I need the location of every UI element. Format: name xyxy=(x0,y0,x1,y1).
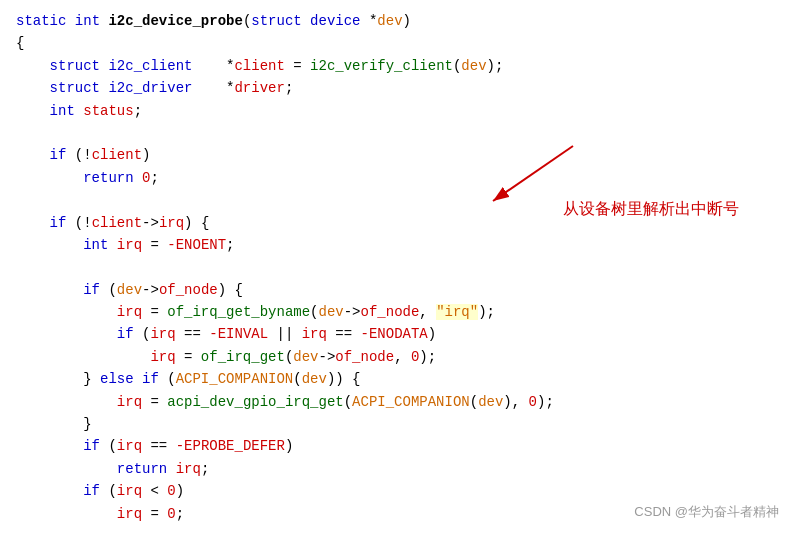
code-block: static int i2c_device_probe(struct devic… xyxy=(0,0,799,535)
code-line-16: irq = of_irq_get(dev->of_node, 0); xyxy=(16,346,783,368)
code-line-2: { xyxy=(16,32,783,54)
code-line-14: irq = of_irq_get_byname(dev->of_node, "i… xyxy=(16,301,783,323)
code-line-3: struct i2c_client *client = i2c_verify_c… xyxy=(16,55,783,77)
code-line-1: static int i2c_device_probe(struct devic… xyxy=(16,10,783,32)
code-line-7: if (!client) xyxy=(16,144,783,166)
code-line-18: irq = acpi_dev_gpio_irq_get(ACPI_COMPANI… xyxy=(16,391,783,413)
code-line-22: if (irq < 0) xyxy=(16,480,783,502)
code-line-19: } xyxy=(16,413,783,435)
code-line-21: return irq; xyxy=(16,458,783,480)
code-line-6 xyxy=(16,122,783,144)
code-line-12 xyxy=(16,256,783,278)
code-line-15: if (irq == -EINVAL || irq == -ENODATA) xyxy=(16,323,783,345)
code-line-13: if (dev->of_node) { xyxy=(16,279,783,301)
code-line-9 xyxy=(16,189,783,211)
code-line-4: struct i2c_driver *driver; xyxy=(16,77,783,99)
code-line-20: if (irq == -EPROBE_DEFER) xyxy=(16,435,783,457)
code-line-10: if (!client->irq) { xyxy=(16,212,783,234)
code-line-8: return 0; xyxy=(16,167,783,189)
watermark: CSDN @华为奋斗者精神 xyxy=(634,502,779,523)
code-line-11: int irq = -ENOENT; xyxy=(16,234,783,256)
code-line-5: int status; xyxy=(16,100,783,122)
code-line-17: } else if (ACPI_COMPANION(dev)) { xyxy=(16,368,783,390)
